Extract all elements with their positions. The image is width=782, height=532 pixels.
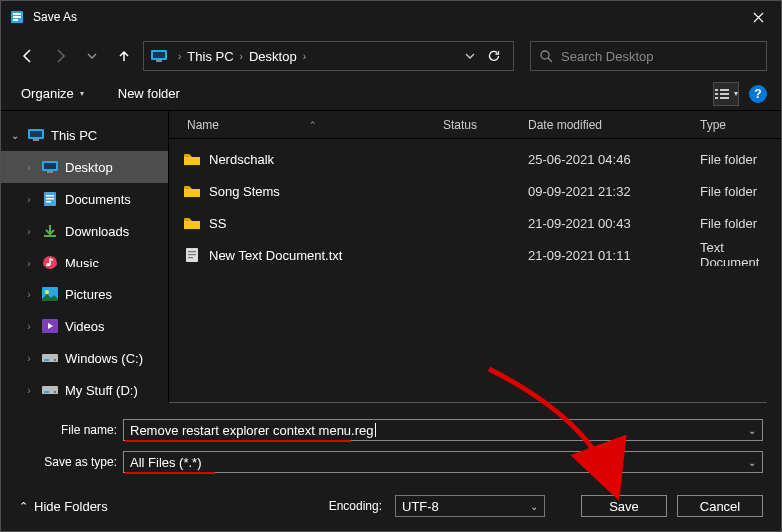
search-icon (539, 49, 553, 63)
organize-button[interactable]: Organize▾ (15, 82, 90, 105)
address-dropdown[interactable] (459, 51, 481, 61)
breadcrumb-item[interactable]: Desktop (249, 49, 297, 64)
app-icon (9, 9, 25, 25)
file-name: Song Stems (209, 184, 280, 199)
sidebar: ⌄ This PC › Desktop › Documents › Downlo… (1, 111, 169, 403)
svg-rect-16 (33, 139, 39, 141)
folder-icon (183, 184, 201, 198)
file-name-input[interactable]: Remove restart explorer context menu.reg… (123, 419, 763, 441)
chevron-right-icon: › (23, 226, 35, 237)
titlebar: Save As (1, 1, 781, 33)
pc-icon (27, 128, 45, 142)
svg-rect-9 (715, 93, 718, 95)
sidebar-item-documents[interactable]: › Documents (1, 183, 168, 215)
svg-rect-3 (13, 19, 18, 21)
file-area: Name⌃ Status Date modified Type Nerdscha… (169, 111, 781, 403)
drive-icon (41, 384, 59, 396)
svg-rect-37 (184, 186, 190, 189)
fields: File name: Remove restart explorer conte… (1, 403, 781, 487)
svg-rect-42 (188, 257, 193, 258)
file-row[interactable]: SS21-09-2021 00:43File folder (169, 207, 781, 239)
svg-point-32 (54, 359, 56, 361)
svg-rect-1 (13, 13, 21, 15)
file-date: 25-06-2021 04:46 (528, 152, 700, 167)
svg-rect-13 (720, 97, 729, 99)
file-row[interactable]: New Text Document.txt21-09-2021 01:11Tex… (169, 239, 781, 270)
file-type: Text Document (700, 240, 781, 269)
recent-button[interactable] (79, 43, 105, 69)
file-type: File folder (700, 184, 781, 199)
close-button[interactable] (735, 1, 781, 33)
svg-rect-36 (184, 154, 190, 157)
desktop-icon (41, 161, 59, 174)
tree-this-pc[interactable]: ⌄ This PC (1, 119, 168, 151)
main-area: ⌄ This PC › Desktop › Documents › Downlo… (1, 111, 781, 403)
file-row[interactable]: Song Stems09-09-2021 21:32File folder (169, 175, 781, 207)
column-header[interactable]: Name⌃ Status Date modified Type (169, 111, 781, 139)
svg-rect-24 (44, 235, 56, 237)
toolbar: Organize▾ New folder ▾ ? (1, 77, 781, 111)
sort-asc-icon: ⌃ (309, 120, 317, 130)
refresh-button[interactable] (481, 49, 507, 63)
view-button[interactable]: ▾ (713, 82, 739, 106)
chevron-right-icon: › (178, 51, 181, 62)
chevron-right-icon: › (240, 51, 243, 62)
encoding-label: Encoding: (329, 499, 382, 513)
sidebar-item-videos[interactable]: › Videos (1, 310, 168, 342)
window-title: Save As (33, 10, 735, 24)
forward-button[interactable] (47, 43, 73, 69)
svg-rect-21 (46, 195, 54, 197)
chevron-right-icon: › (303, 51, 306, 62)
sidebar-item-desktop[interactable]: › Desktop (1, 151, 168, 183)
sidebar-item-my-stuff-d[interactable]: › My Stuff (D:) (1, 374, 168, 403)
chevron-right-icon: › (23, 289, 35, 300)
svg-rect-8 (715, 89, 718, 91)
file-row[interactable]: Nerdschalk25-06-2021 04:46File folder (169, 143, 781, 175)
svg-rect-34 (44, 391, 49, 393)
svg-rect-5 (153, 52, 165, 58)
svg-rect-31 (44, 359, 49, 361)
search-box[interactable]: Search Desktop (530, 41, 767, 71)
sidebar-item-windows-c[interactable]: › Windows (C:) (1, 342, 168, 374)
svg-rect-22 (46, 198, 54, 200)
cancel-button[interactable]: Cancel (677, 495, 763, 517)
svg-rect-18 (44, 163, 56, 169)
breadcrumb-root[interactable]: This PC (187, 49, 233, 64)
save-button[interactable]: Save (581, 495, 667, 517)
sidebar-item-music[interactable]: › Music (1, 247, 168, 278)
encoding-select[interactable]: UTF-8⌄ (395, 495, 545, 517)
chevron-up-icon: ⌃ (19, 500, 28, 513)
svg-point-7 (541, 51, 549, 59)
chevron-right-icon: › (23, 258, 35, 268)
svg-rect-38 (184, 218, 190, 221)
hide-folders-button[interactable]: ⌃ Hide Folders (19, 499, 108, 514)
folder-icon (183, 216, 201, 230)
svg-rect-40 (188, 251, 196, 252)
file-date: 09-09-2021 21:32 (528, 184, 700, 199)
svg-rect-11 (720, 89, 729, 91)
music-icon (41, 255, 59, 270)
file-name: SS (209, 216, 226, 231)
address-bar[interactable]: › This PC › Desktop › (143, 41, 514, 71)
chevron-down-icon: ⌄ (9, 130, 21, 141)
svg-rect-41 (188, 254, 196, 255)
svg-rect-2 (13, 16, 21, 18)
videos-icon (41, 319, 59, 333)
file-date: 21-09-2021 01:11 (528, 248, 700, 263)
documents-icon (41, 191, 59, 207)
chevron-right-icon: › (23, 385, 35, 396)
annotation-underline (125, 440, 351, 442)
pc-icon (150, 49, 168, 63)
sidebar-item-pictures[interactable]: › Pictures (1, 278, 168, 310)
file-name-label: File name: (19, 423, 123, 437)
back-button[interactable] (15, 43, 41, 69)
svg-rect-6 (156, 60, 162, 62)
chevron-right-icon: › (23, 194, 35, 205)
save-as-type-select[interactable]: All Files (*.*)⌄ (123, 451, 763, 473)
up-button[interactable] (111, 43, 137, 69)
sidebar-item-downloads[interactable]: › Downloads (1, 215, 168, 247)
file-date: 21-09-2021 00:43 (528, 216, 700, 231)
svg-rect-15 (30, 131, 42, 137)
help-button[interactable]: ? (749, 85, 767, 103)
new-folder-button[interactable]: New folder (112, 82, 186, 105)
